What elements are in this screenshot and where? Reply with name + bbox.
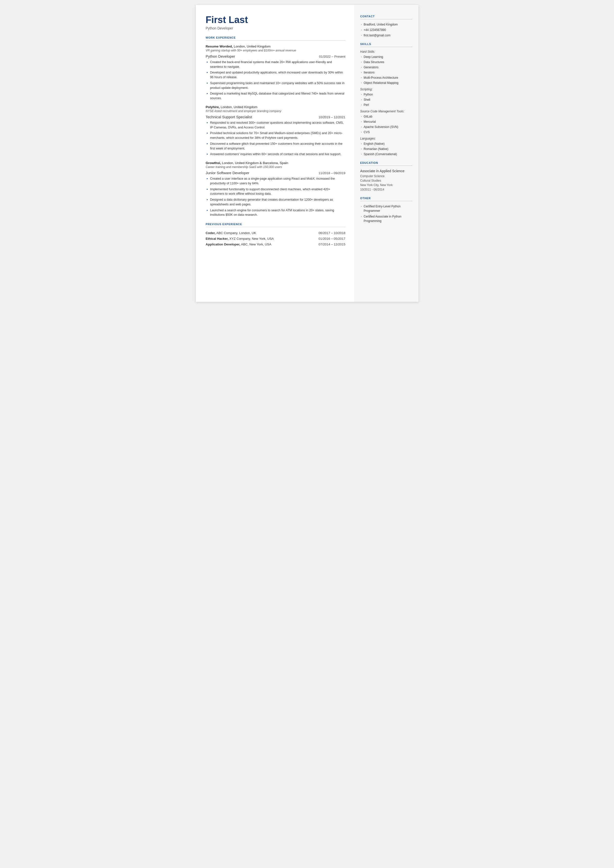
job-block-3: Growthsi, London, United Kingdom & Barce…	[206, 161, 346, 217]
previous-experience-list: Coder, ABC Company, London, UK 06/2017 –…	[206, 231, 346, 246]
prev-exp-role-1: Ethical Hacker,	[206, 237, 229, 241]
bullet-3-3: Launched a search engine for consumers t…	[206, 208, 346, 217]
prev-exp-item-0: Coder, ABC Company, London, UK 06/2017 –…	[206, 231, 346, 235]
company-header-1: Resume Worded, London, United Kingdom	[206, 45, 346, 48]
prev-exp-left-1: Ethical Hacker, XYZ Company, New York, U…	[206, 237, 274, 241]
other-item-0: Certified Entry-Level Python Programmer	[360, 204, 412, 213]
edu-block-0: Associate in Applied Science Computer Sc…	[360, 169, 412, 192]
prev-exp-company-2: ABC, New York, USA	[240, 242, 271, 246]
job-dates-1: 01/2022 – Present	[319, 55, 345, 58]
bullet-2-2: Discovered a software glitch that preven…	[206, 141, 346, 151]
job-role-row-3: Junior Software Developer 11/2018 – 09/2…	[206, 171, 346, 175]
bullet-2-3: Answered customers' inquiries within 60+…	[206, 152, 346, 157]
edu-dates-0: 10/2011 - 06/2014	[360, 187, 412, 192]
prev-exp-company-1: XYZ Company, New York, USA	[228, 237, 274, 241]
contact-item-0: Bradford, United Kingdom	[360, 22, 412, 27]
languages-list: English (Native) Romanian (Native) Spani…	[360, 141, 412, 156]
job-role-2: Technical Support Specialist	[206, 115, 252, 119]
contact-section-title: CONTACT	[360, 15, 412, 19]
job-role-3: Junior Software Developer	[206, 171, 250, 175]
language-0: English (Native)	[360, 141, 412, 146]
hard-skills-label: Hard Skills:	[360, 50, 412, 53]
bullet-1-0: Created the back-end financial systems t…	[206, 60, 346, 69]
resume-document: First Last Python Developer WORK EXPERIE…	[196, 5, 419, 302]
language-2: Spanish (Conversational)	[360, 152, 412, 156]
hard-skill-3: Iterators	[360, 70, 412, 75]
previous-experience-section-title: PREVIOUS EXPERIENCE	[206, 223, 346, 227]
job-dates-3: 11/2018 – 09/2019	[318, 171, 345, 175]
job-dates-2: 10/2019 – 12/2021	[318, 115, 345, 119]
hard-skill-1: Data Structures	[360, 60, 412, 64]
prev-exp-role-2: Application Developer,	[206, 242, 240, 246]
edu-field2-0: Cultural Studies	[360, 179, 412, 183]
scripting-0: Python	[360, 92, 412, 97]
job-block-1: Resume Worded, London, United Kingdom VR…	[206, 45, 346, 101]
prev-exp-dates-0: 06/2017 – 10/2018	[318, 231, 345, 235]
job-bullets-3: Created a user interface as a single-pag…	[206, 176, 346, 217]
source-code-label: Source Code Management Tools:	[360, 110, 412, 113]
prev-exp-item-1: Ethical Hacker, XYZ Company, New York, U…	[206, 237, 346, 241]
source-code-list: GitLab Mercurial Apache Subversion (SVN)…	[360, 114, 412, 134]
company-name-3: Growthsi,	[206, 161, 221, 165]
bullet-2-0: Responded to and resolved 300+ customer …	[206, 121, 346, 130]
job-role-row-1: Python Developer 01/2022 – Present	[206, 54, 346, 58]
source-code-0: GitLab	[360, 114, 412, 119]
contact-item-2: first.last@gmail.com	[360, 33, 412, 37]
bullet-1-2: Supervised programming tasks and maintai…	[206, 81, 346, 90]
company-desc-3: Career training and membership SaaS with…	[206, 165, 346, 169]
company-name-2: Polyhire,	[206, 105, 220, 109]
prev-exp-dates-2: 07/2014 – 12/2015	[318, 242, 345, 246]
scripting-list: Python Shell Perl	[360, 92, 412, 107]
edu-field1-0: Computer Science	[360, 174, 412, 179]
right-column: CONTACT Bradford, United Kingdom +44 123…	[354, 5, 419, 302]
company-location-3: London, United Kingdom & Barcelona, Spai…	[221, 161, 288, 165]
scripting-2: Perl	[360, 103, 412, 107]
work-experience-section-title: WORK EXPERIENCE	[206, 36, 346, 40]
edu-degree-0: Associate in Applied Science	[360, 169, 412, 173]
hard-skill-5: Object Relational Mapping	[360, 81, 412, 85]
contact-list: Bradford, United Kingdom +44 1234567890 …	[360, 22, 412, 37]
other-section-title: OTHER	[360, 197, 412, 201]
company-desc-2: NYSE-listed recruitment and employer bra…	[206, 109, 346, 113]
scripting-label: Scripting:	[360, 88, 412, 91]
scripting-1: Shell	[360, 98, 412, 102]
other-list: Certified Entry-Level Python Programmer …	[360, 204, 412, 223]
hard-skill-4: Multi-Process Architecture	[360, 76, 412, 80]
candidate-name: First Last	[206, 15, 346, 25]
hard-skill-0: Deep Learning	[360, 55, 412, 59]
bullet-3-0: Created a user interface as a single-pag…	[206, 176, 346, 186]
source-code-3: CVS	[360, 130, 412, 134]
bullet-1-3: Designed a marketing lead MySQL database…	[206, 91, 346, 101]
prev-exp-left-2: Application Developer, ABC, New York, US…	[206, 242, 271, 246]
company-desc-1: VR gaming startup with 50+ employees and…	[206, 49, 346, 52]
company-name-1: Resume Worded,	[206, 45, 233, 48]
language-1: Romanian (Native)	[360, 147, 412, 151]
education-section-title: EDUCATION	[360, 161, 412, 166]
job-bullets-2: Responded to and resolved 300+ customer …	[206, 121, 346, 157]
candidate-title: Python Developer	[206, 26, 346, 30]
company-location-1: London, United Kingdom	[233, 45, 271, 48]
hard-skills-list: Deep Learning Data Structures Generators…	[360, 55, 412, 85]
prev-exp-left-0: Coder, ABC Company, London, UK	[206, 231, 256, 235]
bullet-1-1: Developed and updated productivity appli…	[206, 70, 346, 80]
contact-item-1: +44 1234567890	[360, 28, 412, 32]
company-header-3: Growthsi, London, United Kingdom & Barce…	[206, 161, 346, 165]
job-role-1: Python Developer	[206, 54, 235, 58]
skills-section-title: SKILLS	[360, 43, 412, 47]
source-code-2: Apache Subversion (SVN)	[360, 125, 412, 129]
prev-exp-dates-1: 01/2016 – 05/2017	[318, 237, 345, 241]
hard-skill-2: Generators	[360, 65, 412, 70]
job-bullets-1: Created the back-end financial systems t…	[206, 60, 346, 101]
languages-label: Languages:	[360, 137, 412, 140]
job-block-2: Polyhire, London, United Kingdom NYSE-li…	[206, 105, 346, 157]
bullet-3-2: Designed a data dictionary generator tha…	[206, 197, 346, 207]
company-location-2: London, United Kingdom	[220, 105, 257, 109]
bullet-3-1: Implemented functionality to support dis…	[206, 187, 346, 196]
prev-exp-company-0: ABC Company, London, UK	[216, 231, 256, 235]
company-header-2: Polyhire, London, United Kingdom	[206, 105, 346, 109]
edu-location-0: New York City, New York	[360, 183, 412, 187]
prev-exp-role-0: Coder,	[206, 231, 216, 235]
source-code-1: Mercurial	[360, 120, 412, 124]
prev-exp-item-2: Application Developer, ABC, New York, US…	[206, 242, 346, 246]
job-role-row-2: Technical Support Specialist 10/2019 – 1…	[206, 115, 346, 119]
